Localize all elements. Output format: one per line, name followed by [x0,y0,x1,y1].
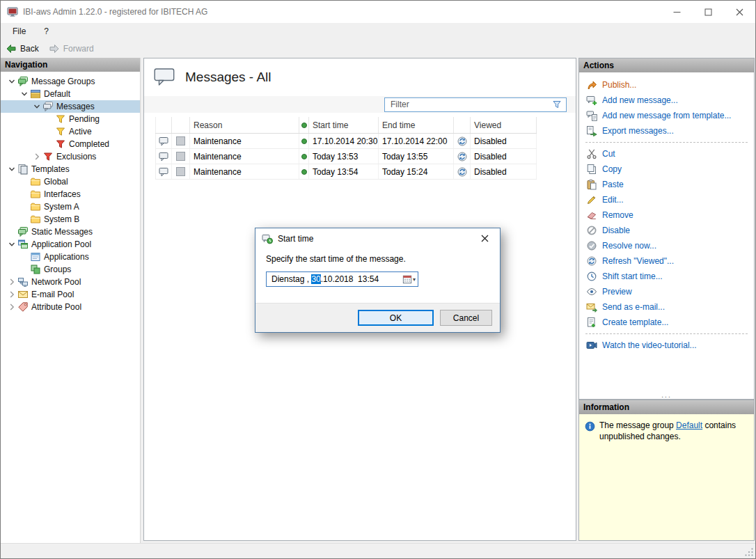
resize-grip[interactable] [744,547,754,557]
tree-item-label: Application Pool [31,239,91,249]
tree-item-message-groups[interactable]: Message Groups [1,75,140,88]
status-cell [299,149,309,164]
datetime-day-selected[interactable]: 30 [311,274,320,284]
actions-separator [585,142,748,143]
datetime-picker[interactable]: Dienstag , 30 .10.2018 13:54 ▾ [266,271,418,287]
message-icon-column-header [155,117,172,133]
back-button[interactable]: Back [6,43,39,54]
tree-item-completed[interactable]: Completed [1,138,140,150]
row-checkbox[interactable] [176,167,185,176]
reason-column-header[interactable]: Reason [190,117,299,133]
datetime-suffix[interactable]: .10.2018 13:54 [321,274,379,284]
title-bar[interactable]: IBI-aws Admin 1.22.0 - registered for IB… [1,1,755,23]
tree-item-system-a[interactable]: System A [1,200,140,213]
forward-button[interactable]: Forward [49,43,94,54]
start-time-column-header[interactable]: Start time [309,117,379,133]
calendar-dropdown-button[interactable]: ▾ [400,272,418,286]
messages-bubble-icon [154,68,175,86]
chevron-down-icon[interactable] [31,101,42,112]
action-refresh-viewed[interactable]: Refresh "Viewed"... [579,253,754,269]
calendar-icon [402,274,412,284]
tree-item-pending[interactable]: Pending [1,113,140,125]
tree-item-label: Exclusions [56,152,96,162]
chevron-down-icon[interactable] [6,239,17,250]
checkbox-cell[interactable] [172,134,190,148]
row-checkbox[interactable] [176,136,185,145]
action-resolve-now[interactable]: Resolve now... [579,238,754,253]
tree-item-active[interactable]: Active [1,125,140,138]
default-group-link[interactable]: Default [676,420,702,430]
menu-file[interactable]: File [13,26,26,36]
checkbox-cell[interactable] [172,149,190,164]
chevron-right-icon[interactable] [6,276,17,288]
action-cut[interactable]: Cut [579,146,754,162]
cancel-button[interactable]: Cancel [440,310,492,326]
actions-scroll-indicator[interactable]: ... [579,392,754,399]
action-publish[interactable]: Publish... [579,77,754,93]
action-remove[interactable]: Remove [579,207,754,223]
action-copy[interactable]: Copy [579,162,754,177]
tree-item-application-pool[interactable]: Application Pool [1,238,140,251]
action-send-as-e-mail[interactable]: Send as e-mail... [579,299,754,315]
action-export-messages[interactable]: Export messages... [579,123,754,139]
chevron-down-icon[interactable] [6,76,17,87]
tree-item-exclusions[interactable]: Exclusions [1,150,140,163]
paste-icon [586,179,597,190]
row-checkbox[interactable] [176,152,185,161]
message-row[interactable]: Maintenance17.10.2014 20:3017.10.2014 22… [155,134,537,149]
send-email-icon [586,301,597,313]
tree-item-interfaces[interactable]: Interfaces [1,188,140,200]
datetime-prefix[interactable]: Dienstag , [271,274,311,284]
chevron-right-icon[interactable] [31,151,42,162]
dialog-title: Start time [278,234,313,244]
close-button[interactable] [724,1,755,23]
tree-item-attribute-pool[interactable]: Attribute Pool [1,301,140,313]
maximize-button[interactable] [693,1,724,23]
message-icon-cell [155,164,172,179]
tree-item-groups[interactable]: Groups [1,263,140,276]
action-paste[interactable]: Paste [579,177,754,192]
ok-button[interactable]: OK [358,310,434,326]
tree-item-static-messages[interactable]: Static Messages [1,226,140,238]
tree-item-default[interactable]: Default [1,88,140,100]
tree-item-e-mail-pool[interactable]: E-mail Pool [1,288,140,301]
tree-item-applications[interactable]: Applications [1,251,140,263]
status-dot-icon [301,139,307,144]
checkbox-cell[interactable] [172,164,190,179]
chevron-right-icon[interactable] [6,301,17,313]
chevron-right-icon[interactable] [6,289,17,300]
dialog-close-button[interactable] [475,228,494,249]
menu-help[interactable]: ? [44,26,49,36]
tree-item-network-pool[interactable]: Network Pool [1,276,140,288]
filter-input[interactable] [391,100,551,109]
minimize-button[interactable] [661,1,693,23]
end-time-value: Today 13:55 [382,152,427,162]
add-message-icon [586,95,597,106]
applications-icon [30,251,41,262]
action-create-template[interactable]: Create template... [579,315,754,330]
page-title-row: Messages - All [144,58,576,93]
filter-funnel-icon[interactable] [551,99,562,110]
tree-item-label: Active [69,127,92,136]
filter-box[interactable] [384,97,567,112]
tree-item-messages[interactable]: Messages [1,100,140,113]
action-preview[interactable]: Preview [579,284,754,299]
tree-item-label: System B [44,214,79,224]
action-edit[interactable]: Edit... [579,192,754,207]
action-add-new-message-from-template[interactable]: Add new message from template... [579,108,754,123]
chevron-down-icon[interactable] [19,88,30,100]
chevron-down-icon[interactable] [6,164,17,175]
action-shift-start-time[interactable]: Shift start time... [579,269,754,284]
action-watch-the-video-tutorial[interactable]: Watch the video-tutorial... [579,338,754,353]
action-label: Cut [602,149,615,159]
action-disable[interactable]: Disable [579,223,754,238]
dialog-title-bar[interactable]: Start time [255,228,500,249]
tree-item-system-b[interactable]: System B [1,213,140,226]
tree-item-templates[interactable]: Templates [1,163,140,175]
action-add-new-message[interactable]: Add new message... [579,93,754,108]
end-time-column-header[interactable]: End time [379,117,454,133]
viewed-column-header[interactable]: Viewed [471,117,537,133]
message-row[interactable]: MaintenanceToday 13:53Today 13:55Disable… [155,149,537,164]
tree-item-global[interactable]: Global [1,175,140,188]
message-row[interactable]: MaintenanceToday 13:54Today 15:24Disable… [155,164,537,180]
